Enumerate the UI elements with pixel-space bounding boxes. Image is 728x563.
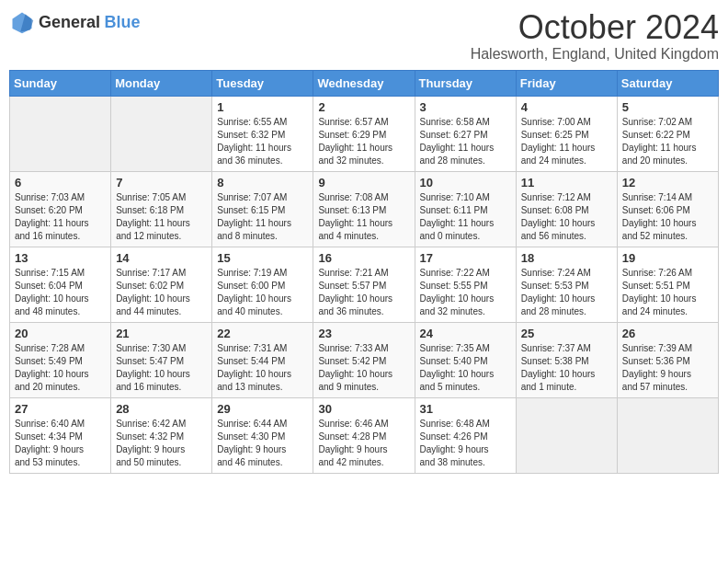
table-row: 14Sunrise: 7:17 AM Sunset: 6:02 PM Dayli… <box>111 247 212 322</box>
day-number: 8 <box>217 176 308 190</box>
table-row <box>111 96 212 171</box>
day-info: Sunrise: 6:42 AM Sunset: 4:32 PM Dayligh… <box>116 418 207 469</box>
day-info: Sunrise: 7:24 AM Sunset: 5:53 PM Dayligh… <box>521 267 612 318</box>
day-number: 9 <box>318 176 409 190</box>
day-info: Sunrise: 6:48 AM Sunset: 4:26 PM Dayligh… <box>420 418 511 469</box>
day-number: 29 <box>217 402 308 416</box>
table-row: 6Sunrise: 7:03 AM Sunset: 6:20 PM Daylig… <box>10 171 111 247</box>
table-row: 4Sunrise: 7:00 AM Sunset: 6:25 PM Daylig… <box>516 96 617 171</box>
day-info: Sunrise: 7:19 AM Sunset: 6:00 PM Dayligh… <box>217 267 308 318</box>
day-info: Sunrise: 7:14 AM Sunset: 6:06 PM Dayligh… <box>622 191 713 243</box>
calendar-week-row: 13Sunrise: 7:15 AM Sunset: 6:04 PM Dayli… <box>10 247 719 322</box>
table-row: 22Sunrise: 7:31 AM Sunset: 5:44 PM Dayli… <box>212 322 313 397</box>
table-row: 28Sunrise: 6:42 AM Sunset: 4:32 PM Dayli… <box>111 397 212 473</box>
calendar-table: Sunday Monday Tuesday Wednesday Thursday… <box>9 70 719 474</box>
day-info: Sunrise: 6:57 AM Sunset: 6:29 PM Dayligh… <box>318 116 409 167</box>
day-number: 7 <box>116 176 207 190</box>
day-info: Sunrise: 7:37 AM Sunset: 5:38 PM Dayligh… <box>521 342 612 394</box>
day-info: Sunrise: 7:08 AM Sunset: 6:13 PM Dayligh… <box>318 191 409 243</box>
day-number: 30 <box>318 402 409 416</box>
day-info: Sunrise: 7:05 AM Sunset: 6:18 PM Dayligh… <box>116 191 207 243</box>
day-info: Sunrise: 7:28 AM Sunset: 5:49 PM Dayligh… <box>15 342 106 394</box>
day-info: Sunrise: 7:17 AM Sunset: 6:02 PM Dayligh… <box>116 267 207 318</box>
day-number: 26 <box>622 327 713 340</box>
day-number: 21 <box>116 327 207 340</box>
logo: General Blue <box>9 9 141 35</box>
location-title: Halesworth, England, United Kingdom <box>471 46 719 63</box>
calendar-week-row: 1Sunrise: 6:55 AM Sunset: 6:32 PM Daylig… <box>10 96 719 171</box>
table-row: 19Sunrise: 7:26 AM Sunset: 5:51 PM Dayli… <box>617 247 718 322</box>
table-row: 10Sunrise: 7:10 AM Sunset: 6:11 PM Dayli… <box>415 171 516 247</box>
table-row: 21Sunrise: 7:30 AM Sunset: 5:47 PM Dayli… <box>111 322 212 397</box>
day-number: 27 <box>15 402 106 416</box>
day-number: 31 <box>420 402 511 416</box>
table-row: 17Sunrise: 7:22 AM Sunset: 5:55 PM Dayli… <box>415 247 516 322</box>
day-info: Sunrise: 7:03 AM Sunset: 6:20 PM Dayligh… <box>15 191 106 243</box>
calendar-week-row: 20Sunrise: 7:28 AM Sunset: 5:49 PM Dayli… <box>10 322 719 397</box>
header-friday: Friday <box>516 70 617 96</box>
logo-icon <box>9 9 35 35</box>
day-number: 17 <box>420 251 511 265</box>
day-number: 2 <box>318 100 409 114</box>
table-row <box>516 397 617 473</box>
day-info: Sunrise: 7:10 AM Sunset: 6:11 PM Dayligh… <box>420 191 511 243</box>
day-info: Sunrise: 7:00 AM Sunset: 6:25 PM Dayligh… <box>521 116 612 167</box>
day-header-row: Sunday Monday Tuesday Wednesday Thursday… <box>10 70 719 96</box>
day-number: 15 <box>217 251 308 265</box>
day-number: 10 <box>420 176 511 190</box>
table-row: 30Sunrise: 6:46 AM Sunset: 4:28 PM Dayli… <box>313 397 415 473</box>
day-number: 13 <box>15 251 106 265</box>
header-tuesday: Tuesday <box>212 70 313 96</box>
day-info: Sunrise: 7:39 AM Sunset: 5:36 PM Dayligh… <box>622 342 713 394</box>
day-info: Sunrise: 6:40 AM Sunset: 4:34 PM Dayligh… <box>15 418 106 469</box>
day-number: 22 <box>217 327 308 340</box>
day-number: 28 <box>116 402 207 416</box>
day-number: 5 <box>622 100 713 114</box>
day-number: 4 <box>521 100 612 114</box>
calendar-week-row: 6Sunrise: 7:03 AM Sunset: 6:20 PM Daylig… <box>10 171 719 247</box>
day-number: 11 <box>521 176 612 190</box>
day-info: Sunrise: 7:12 AM Sunset: 6:08 PM Dayligh… <box>521 191 612 243</box>
table-row: 31Sunrise: 6:48 AM Sunset: 4:26 PM Dayli… <box>415 397 516 473</box>
table-row: 7Sunrise: 7:05 AM Sunset: 6:18 PM Daylig… <box>111 171 212 247</box>
day-info: Sunrise: 7:21 AM Sunset: 5:57 PM Dayligh… <box>318 267 409 318</box>
day-number: 1 <box>217 100 308 114</box>
day-info: Sunrise: 6:46 AM Sunset: 4:28 PM Dayligh… <box>318 418 409 469</box>
title-area: October 2024 Halesworth, England, United… <box>471 9 719 63</box>
table-row: 1Sunrise: 6:55 AM Sunset: 6:32 PM Daylig… <box>212 96 313 171</box>
table-row: 25Sunrise: 7:37 AM Sunset: 5:38 PM Dayli… <box>516 322 617 397</box>
day-number: 19 <box>622 251 713 265</box>
table-row: 2Sunrise: 6:57 AM Sunset: 6:29 PM Daylig… <box>313 96 415 171</box>
day-info: Sunrise: 7:35 AM Sunset: 5:40 PM Dayligh… <box>420 342 511 394</box>
day-info: Sunrise: 7:26 AM Sunset: 5:51 PM Dayligh… <box>622 267 713 318</box>
day-info: Sunrise: 7:02 AM Sunset: 6:22 PM Dayligh… <box>622 116 713 167</box>
day-number: 3 <box>420 100 511 114</box>
calendar-header: General Blue October 2024 Halesworth, En… <box>9 9 719 63</box>
table-row: 9Sunrise: 7:08 AM Sunset: 6:13 PM Daylig… <box>313 171 415 247</box>
table-row: 11Sunrise: 7:12 AM Sunset: 6:08 PM Dayli… <box>516 171 617 247</box>
header-wednesday: Wednesday <box>313 70 415 96</box>
day-info: Sunrise: 7:07 AM Sunset: 6:15 PM Dayligh… <box>217 191 308 243</box>
day-number: 18 <box>521 251 612 265</box>
table-row: 12Sunrise: 7:14 AM Sunset: 6:06 PM Dayli… <box>617 171 718 247</box>
table-row: 23Sunrise: 7:33 AM Sunset: 5:42 PM Dayli… <box>313 322 415 397</box>
table-row <box>617 397 718 473</box>
day-number: 12 <box>622 176 713 190</box>
day-number: 23 <box>318 327 409 340</box>
table-row: 20Sunrise: 7:28 AM Sunset: 5:49 PM Dayli… <box>10 322 111 397</box>
table-row: 5Sunrise: 7:02 AM Sunset: 6:22 PM Daylig… <box>617 96 718 171</box>
table-row: 26Sunrise: 7:39 AM Sunset: 5:36 PM Dayli… <box>617 322 718 397</box>
day-number: 14 <box>116 251 207 265</box>
month-title: October 2024 <box>471 9 719 46</box>
day-info: Sunrise: 6:44 AM Sunset: 4:30 PM Dayligh… <box>217 418 308 469</box>
table-row: 15Sunrise: 7:19 AM Sunset: 6:00 PM Dayli… <box>212 247 313 322</box>
day-number: 16 <box>318 251 409 265</box>
day-info: Sunrise: 6:55 AM Sunset: 6:32 PM Dayligh… <box>217 116 308 167</box>
header-sunday: Sunday <box>10 70 111 96</box>
table-row: 3Sunrise: 6:58 AM Sunset: 6:27 PM Daylig… <box>415 96 516 171</box>
calendar-week-row: 27Sunrise: 6:40 AM Sunset: 4:34 PM Dayli… <box>10 397 719 473</box>
table-row: 16Sunrise: 7:21 AM Sunset: 5:57 PM Dayli… <box>313 247 415 322</box>
day-info: Sunrise: 7:30 AM Sunset: 5:47 PM Dayligh… <box>116 342 207 394</box>
table-row: 8Sunrise: 7:07 AM Sunset: 6:15 PM Daylig… <box>212 171 313 247</box>
day-info: Sunrise: 7:33 AM Sunset: 5:42 PM Dayligh… <box>318 342 409 394</box>
